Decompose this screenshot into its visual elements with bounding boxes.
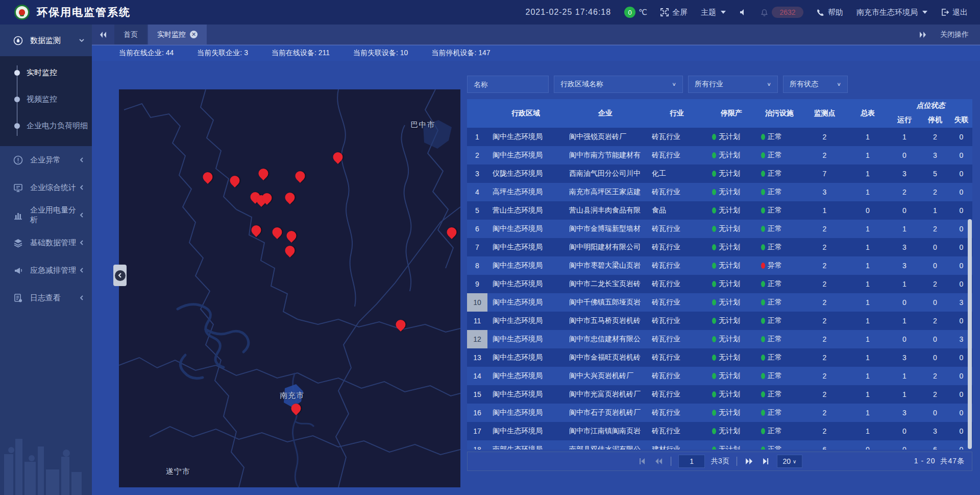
cell-region: 南部生态环境局	[487, 440, 564, 450]
cell-company: 西南油气田分公司川中	[564, 164, 647, 183]
cell-meter-count: 1	[846, 220, 889, 238]
alert-icon	[13, 155, 23, 165]
cell-run-count: 3	[889, 256, 920, 275]
theme-dropdown[interactable]: 主题	[701, 8, 726, 17]
cell-meter-count: 1	[846, 330, 889, 348]
sidebar-subitem-企业电力负荷明细[interactable]: 企业电力负荷明细	[0, 112, 92, 139]
table-row[interactable]: 16阆中生态环境局阆中市石子页岩机砖厂砖瓦行业无计划正常21300	[467, 404, 972, 422]
cell-run-count: 1	[889, 367, 920, 385]
cell-run-count: 1	[889, 385, 920, 404]
cell-stop-count: 1	[920, 201, 950, 220]
map-panel[interactable]: 巴中市南充市遂宁市	[119, 89, 460, 487]
notification-area[interactable]: 2632	[761, 7, 803, 18]
first-page-button[interactable]	[637, 456, 647, 466]
logout-button[interactable]: 退出	[941, 8, 968, 17]
cell-limit-status: 无计划	[707, 440, 756, 450]
sidebar-subitem-实时监控[interactable]: 实时监控	[0, 59, 92, 86]
table-row[interactable]: 12阆中生态环境局阆中市忠信建材有限公砖瓦行业无计划正常21003	[467, 330, 972, 348]
sound-button[interactable]	[739, 8, 747, 16]
table-row[interactable]: 9阆中生态环境局阆中市二龙长宝页岩砖砖瓦行业无计划正常21120	[467, 275, 972, 293]
table-row[interactable]: 4高坪生态环境局南充市高坪区王家店建砖瓦行业无计划正常31220	[467, 183, 972, 201]
table-row[interactable]: 5营山生态环境局营山县润丰肉食品有限食品无计划正常10010	[467, 201, 972, 220]
app-title: 环保用电监管系统	[37, 5, 131, 19]
org-dropdown[interactable]: 南充市生态环境局	[856, 8, 927, 17]
tab-首页[interactable]: 首页	[114, 25, 147, 44]
table-row[interactable]: 15阆中生态环境局阆中市光富页岩机砖厂砖瓦行业无计划正常21120	[467, 385, 972, 404]
close-operations-button[interactable]: 关闭操作	[940, 30, 969, 39]
map-collapse-button[interactable]	[113, 265, 127, 286]
table-row[interactable]: 18南部生态环境局南部县双佳水泥有限公建材行业无计划正常60060	[467, 440, 972, 450]
page-size-select[interactable]: 20∨	[777, 455, 802, 468]
status-dot-icon	[712, 410, 716, 416]
table-row[interactable]: 10阆中生态环境局阆中千佛镇五郎垭页岩砖瓦行业无计划正常21003	[467, 293, 972, 312]
chevron-left-icon	[79, 295, 85, 301]
datetime-label: 2021-02-25 17:46:18	[526, 8, 611, 17]
sidebar-item-基础数据管理[interactable]: 基础数据管理	[0, 229, 92, 256]
table-row[interactable]: 13阆中生态环境局阆中市金福旺页岩机砖砖瓦行业无计划正常21300	[467, 348, 972, 367]
cell-monitor-count: 2	[803, 312, 846, 330]
name-search-field[interactable]	[474, 80, 542, 88]
cell-index: 1	[467, 128, 487, 146]
table-row[interactable]: 6阆中生态环境局阆中市金博瑞新型墙材砖瓦行业无计划正常21120	[467, 220, 972, 238]
col-company: 企业	[564, 99, 647, 128]
cell-run-count: 3	[889, 348, 920, 367]
status-dot-icon	[761, 281, 765, 287]
cell-limit-status: 无计划	[707, 422, 756, 440]
table-row[interactable]: 11阆中生态环境局阆中市五马桥页岩机砖砖瓦行业无计划正常21120	[467, 312, 972, 330]
cell-industry: 砖瓦行业	[647, 238, 707, 256]
table-scrollbar[interactable]	[968, 219, 972, 449]
chevron-left-icon	[79, 212, 85, 218]
page-number-input[interactable]	[678, 455, 705, 468]
status-dot-icon	[712, 318, 716, 324]
tabs-container: 首页实时监控✕	[114, 25, 208, 44]
cell-meter-count: 1	[846, 275, 889, 293]
bell-icon	[761, 9, 768, 16]
table-row[interactable]: 14阆中生态环境局阆中大兴页岩机砖厂砖瓦行业无计划正常21120	[467, 367, 972, 385]
sidebar-item-应急减排管理[interactable]: 应急减排管理	[0, 256, 92, 284]
pagination-controls: 共3页 20∨	[637, 455, 802, 468]
table-row[interactable]: 17阆中生态环境局阆中市江南镇阆南页岩砖瓦行业无计划正常21030	[467, 422, 972, 440]
main-content: 巴中市南充市遂宁市 行政区域名称∨ 所有行业∨ 所有状态∨ 行政区域 企业 行业…	[92, 61, 980, 495]
sidebar-item-企业异常[interactable]: 企业异常	[0, 146, 92, 174]
cell-run-count: 1	[889, 220, 920, 238]
double-chevron-right-icon[interactable]	[919, 31, 927, 38]
tab-close-icon[interactable]: ✕	[190, 31, 198, 38]
last-page-button[interactable]	[761, 456, 771, 466]
cell-company: 阆中市枣碧大梁山页岩	[564, 256, 647, 275]
status-select[interactable]: 所有状态∨	[783, 76, 848, 93]
chevron-left-icon	[79, 184, 85, 191]
table-row[interactable]: 7阆中生态环境局阆中明阳建材有限公司砖瓦行业无计划正常21300	[467, 238, 972, 256]
cell-company: 南部县双佳水泥有限公	[564, 440, 647, 450]
region-select[interactable]: 行政区域名称∨	[554, 76, 683, 93]
chevron-down-icon	[721, 11, 726, 14]
cell-industry: 砖瓦行业	[647, 385, 707, 404]
table-row[interactable]: 2阆中生态环境局阆中市南方节能建材有砖瓦行业无计划正常21030	[467, 146, 972, 164]
filter-row: 行政区域名称∨ 所有行业∨ 所有状态∨	[467, 76, 972, 93]
sidebar-item-企业用电量分析[interactable]: 企业用电量分析	[0, 201, 92, 229]
status-dot-icon	[712, 373, 716, 379]
cell-region: 阆中生态环境局	[487, 330, 564, 348]
cell-region: 阆中生态环境局	[487, 385, 564, 404]
prev-page-button[interactable]	[653, 456, 664, 466]
status-dot-icon	[712, 336, 716, 342]
cell-run-count: 0	[889, 330, 920, 348]
sidebar-item-企业综合统计[interactable]: 企业综合统计	[0, 174, 92, 201]
tab-实时监控[interactable]: 实时监控✕	[148, 25, 207, 44]
help-button[interactable]: 帮助	[817, 8, 843, 17]
next-page-button[interactable]	[744, 456, 754, 466]
industry-select[interactable]: 所有行业∨	[688, 76, 778, 93]
table-body: 1阆中生态环境局阆中强锐页岩砖厂砖瓦行业无计划正常211202阆中生态环境局阆中…	[467, 128, 972, 450]
table-row[interactable]: 8阆中生态环境局阆中市枣碧大梁山页岩砖瓦行业无计划异常21300	[467, 256, 972, 275]
sidebar-item-日志查看[interactable]: 日志查看	[0, 284, 92, 312]
cell-stop-count: 3	[920, 146, 950, 164]
name-search-input[interactable]	[467, 76, 549, 93]
sidebar-subitem-视频监控[interactable]: 视频监控	[0, 86, 92, 112]
status-dot-icon	[712, 134, 716, 140]
sidebar-item-数据监测[interactable]: 数据监测	[0, 25, 92, 56]
tabs-scroll-left-button[interactable]	[92, 25, 114, 44]
table-row[interactable]: 3仪陇生态环境局西南油气田分公司川中化工无计划正常71350	[467, 164, 972, 183]
cell-region: 阆中生态环境局	[487, 256, 564, 275]
map-city-label: 遂宁市	[166, 466, 190, 476]
table-row[interactable]: 1阆中生态环境局阆中强锐页岩砖厂砖瓦行业无计划正常21120	[467, 128, 972, 146]
fullscreen-button[interactable]: 全屏	[660, 8, 688, 17]
